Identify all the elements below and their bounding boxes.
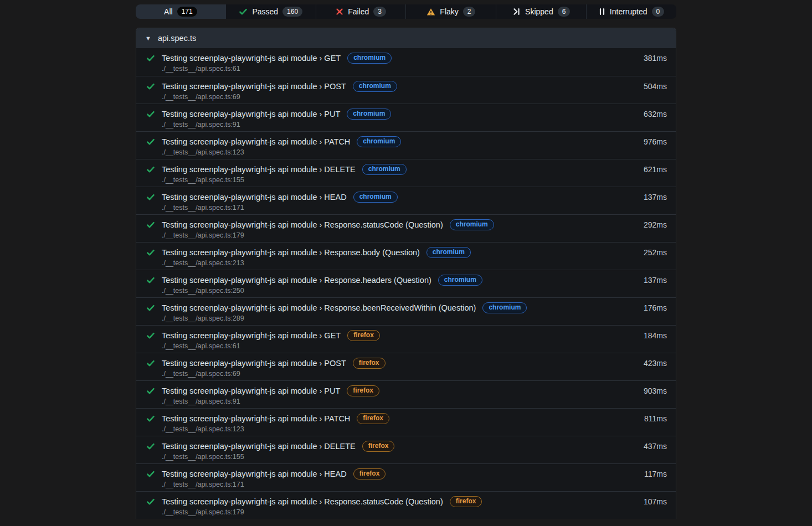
chromium-browser-badge: chromium bbox=[357, 136, 401, 147]
test-file-path: ./__tests__/api.spec.ts:61 bbox=[162, 342, 676, 350]
test-duration: 437ms bbox=[644, 442, 667, 451]
test-row[interactable]: Testing screenplay-playwright-js api mod… bbox=[136, 297, 676, 325]
file-group-name: api.spec.ts bbox=[158, 34, 196, 43]
filter-tab-count: 171 bbox=[177, 7, 197, 17]
test-row[interactable]: Testing screenplay-playwright-js api mod… bbox=[136, 159, 676, 187]
test-row[interactable]: Testing screenplay-playwright-js api mod… bbox=[136, 214, 676, 242]
test-duration: 292ms bbox=[644, 220, 667, 229]
filter-tab-flaky[interactable]: Flaky 2 bbox=[406, 4, 496, 19]
test-duration: 811ms bbox=[644, 414, 667, 423]
filter-tab-label: Passed bbox=[252, 7, 278, 16]
passed-check-icon bbox=[146, 82, 155, 91]
test-row[interactable]: Testing screenplay-playwright-js api mod… bbox=[136, 104, 676, 131]
passed-check-icon bbox=[146, 276, 155, 285]
passed-check-icon bbox=[146, 442, 155, 451]
test-row[interactable]: Testing screenplay-playwright-js api mod… bbox=[136, 408, 676, 436]
test-title: Testing screenplay-playwright-js api mod… bbox=[162, 470, 347, 478]
filter-tab-label: All bbox=[164, 7, 173, 16]
test-title: Testing screenplay-playwright-js api mod… bbox=[162, 110, 340, 118]
filter-tab-failed[interactable]: Failed 3 bbox=[316, 4, 407, 19]
test-title: Testing screenplay-playwright-js api mod… bbox=[162, 82, 346, 91]
filter-tab-count: 6 bbox=[558, 7, 571, 17]
test-file-path: ./__tests__/api.spec.ts:179 bbox=[162, 231, 676, 239]
check-icon bbox=[239, 7, 248, 16]
firefox-browser-badge: firefox bbox=[347, 330, 380, 341]
test-duration: 903ms bbox=[644, 386, 667, 395]
test-row[interactable]: Testing screenplay-playwright-js api mod… bbox=[136, 270, 676, 297]
test-file-path: ./__tests__/api.spec.ts:91 bbox=[162, 398, 676, 405]
test-title: Testing screenplay-playwright-js api mod… bbox=[162, 137, 350, 146]
test-row[interactable]: Testing screenplay-playwright-js api mod… bbox=[136, 187, 676, 214]
test-row[interactable]: Testing screenplay-playwright-js api mod… bbox=[136, 325, 676, 353]
test-row[interactable]: Testing screenplay-playwright-js api mod… bbox=[136, 436, 676, 463]
test-title: Testing screenplay-playwright-js api mod… bbox=[162, 276, 431, 285]
test-duration: 976ms bbox=[644, 137, 667, 146]
chromium-browser-badge: chromium bbox=[438, 275, 482, 286]
test-file-path: ./__tests__/api.spec.ts:155 bbox=[162, 176, 676, 184]
filter-tab-label: Interrupted bbox=[610, 7, 647, 16]
test-file-path: ./__tests__/api.spec.ts:155 bbox=[162, 453, 676, 461]
filter-tab-count: 2 bbox=[463, 7, 476, 17]
test-file-path: ./__tests__/api.spec.ts:289 bbox=[162, 314, 676, 322]
filter-tab-label: Flaky bbox=[440, 7, 458, 16]
test-row[interactable]: Testing screenplay-playwright-js api mod… bbox=[136, 463, 676, 491]
passed-check-icon bbox=[146, 414, 155, 423]
passed-check-icon bbox=[146, 470, 155, 478]
test-file-path: ./__tests__/api.spec.ts:213 bbox=[162, 259, 676, 267]
filter-tab-count: 0 bbox=[652, 7, 665, 17]
test-title: Testing screenplay-playwright-js api mod… bbox=[162, 193, 347, 202]
test-row[interactable]: Testing screenplay-playwright-js api mod… bbox=[136, 491, 676, 519]
passed-check-icon bbox=[146, 331, 155, 340]
warning-icon bbox=[426, 8, 435, 16]
test-row[interactable]: Testing screenplay-playwright-js api mod… bbox=[136, 76, 676, 104]
test-title: Testing screenplay-playwright-js api mod… bbox=[162, 54, 341, 63]
test-duration: 252ms bbox=[644, 248, 667, 257]
firefox-browser-badge: firefox bbox=[450, 496, 482, 507]
filter-tab-label: Skipped bbox=[525, 7, 553, 16]
chromium-browser-badge: chromium bbox=[353, 81, 397, 92]
test-file-path: ./__tests__/api.spec.ts:69 bbox=[162, 370, 676, 378]
test-title: Testing screenplay-playwright-js api mod… bbox=[162, 442, 356, 451]
test-row[interactable]: Testing screenplay-playwright-js api mod… bbox=[136, 353, 676, 380]
passed-check-icon bbox=[146, 110, 155, 118]
test-title: Testing screenplay-playwright-js api mod… bbox=[162, 359, 346, 368]
filter-tab-count: 160 bbox=[282, 7, 302, 17]
test-duration: 137ms bbox=[644, 193, 667, 202]
file-group-header[interactable]: ▼ api.spec.ts bbox=[136, 28, 676, 48]
filter-tab-skipped[interactable]: Skipped 6 bbox=[496, 4, 587, 19]
test-duration: 117ms bbox=[644, 470, 667, 478]
filter-tab-interrupted[interactable]: Interrupted 0 bbox=[587, 4, 676, 19]
test-title: Testing screenplay-playwright-js api mod… bbox=[162, 165, 356, 174]
test-duration: 632ms bbox=[644, 110, 667, 118]
passed-check-icon bbox=[146, 220, 155, 229]
test-duration: 621ms bbox=[644, 165, 667, 174]
passed-check-icon bbox=[146, 497, 155, 506]
chromium-browser-badge: chromium bbox=[362, 164, 407, 175]
test-file-path: ./__tests__/api.spec.ts:179 bbox=[162, 508, 676, 516]
filter-tab-all[interactable]: All 171 bbox=[136, 4, 226, 19]
chromium-browser-badge: chromium bbox=[482, 302, 527, 313]
passed-check-icon bbox=[146, 137, 155, 146]
test-file-path: ./__tests__/api.spec.ts:171 bbox=[162, 481, 676, 488]
test-title: Testing screenplay-playwright-js api mod… bbox=[162, 497, 443, 506]
pause-icon bbox=[599, 8, 605, 16]
chromium-browser-badge: chromium bbox=[353, 192, 398, 203]
firefox-browser-badge: firefox bbox=[362, 441, 395, 452]
test-rows-list: Testing screenplay-playwright-js api mod… bbox=[136, 48, 676, 519]
test-row[interactable]: Testing screenplay-playwright-js api mod… bbox=[136, 242, 676, 270]
test-file-path: ./__tests__/api.spec.ts:123 bbox=[162, 425, 676, 433]
chromium-browser-badge: chromium bbox=[347, 53, 392, 64]
test-title: Testing screenplay-playwright-js api mod… bbox=[162, 248, 420, 257]
firefox-browser-badge: firefox bbox=[357, 413, 389, 424]
test-row[interactable]: Testing screenplay-playwright-js api mod… bbox=[136, 131, 676, 159]
passed-check-icon bbox=[146, 359, 155, 368]
filter-tab-label: Failed bbox=[348, 7, 369, 16]
filter-tab-passed[interactable]: Passed 160 bbox=[226, 4, 316, 19]
passed-check-icon bbox=[146, 386, 155, 395]
test-row[interactable]: Testing screenplay-playwright-js api mod… bbox=[136, 48, 676, 76]
test-file-path: ./__tests__/api.spec.ts:123 bbox=[162, 148, 676, 156]
passed-check-icon bbox=[146, 248, 155, 257]
status-filter-tabs: All 171 Passed 160 Failed 3 Flaky 2 Skip… bbox=[136, 4, 676, 19]
chromium-browser-badge: chromium bbox=[426, 247, 471, 258]
test-row[interactable]: Testing screenplay-playwright-js api mod… bbox=[136, 380, 676, 408]
